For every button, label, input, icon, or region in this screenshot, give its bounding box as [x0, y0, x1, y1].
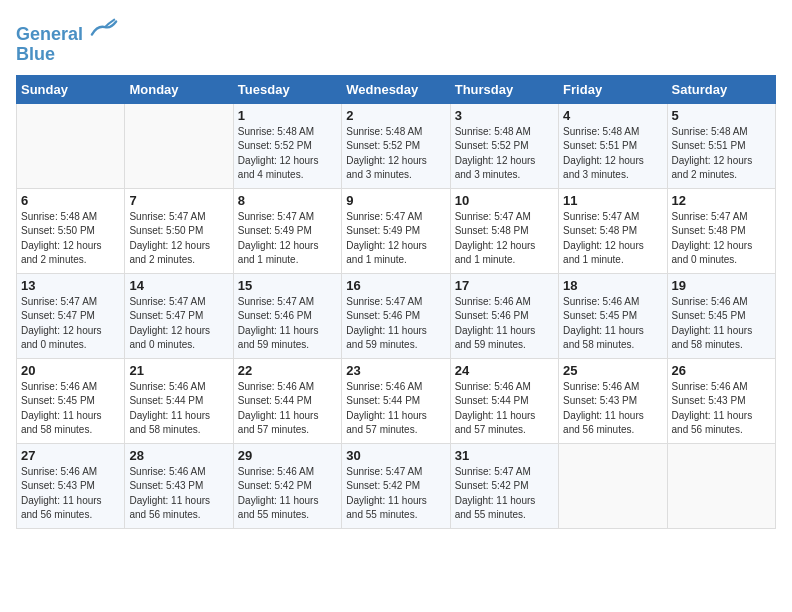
- day-number: 15: [238, 278, 337, 293]
- day-info: Sunrise: 5:48 AM Sunset: 5:52 PM Dayligh…: [346, 125, 445, 183]
- weekday-header-wednesday: Wednesday: [342, 75, 450, 103]
- day-info: Sunrise: 5:46 AM Sunset: 5:43 PM Dayligh…: [563, 380, 662, 438]
- calendar-week-row: 1 Sunrise: 5:48 AM Sunset: 5:52 PM Dayli…: [17, 103, 776, 188]
- day-info: Sunrise: 5:48 AM Sunset: 5:52 PM Dayligh…: [455, 125, 554, 183]
- calendar-cell: 3 Sunrise: 5:48 AM Sunset: 5:52 PM Dayli…: [450, 103, 558, 188]
- weekday-header-friday: Friday: [559, 75, 667, 103]
- calendar-cell: 31 Sunrise: 5:47 AM Sunset: 5:42 PM Dayl…: [450, 443, 558, 528]
- day-info: Sunrise: 5:48 AM Sunset: 5:52 PM Dayligh…: [238, 125, 337, 183]
- day-number: 25: [563, 363, 662, 378]
- calendar-cell: 25 Sunrise: 5:46 AM Sunset: 5:43 PM Dayl…: [559, 358, 667, 443]
- calendar-cell: 16 Sunrise: 5:47 AM Sunset: 5:46 PM Dayl…: [342, 273, 450, 358]
- day-info: Sunrise: 5:47 AM Sunset: 5:48 PM Dayligh…: [563, 210, 662, 268]
- calendar-cell: 12 Sunrise: 5:47 AM Sunset: 5:48 PM Dayl…: [667, 188, 775, 273]
- day-info: Sunrise: 5:47 AM Sunset: 5:42 PM Dayligh…: [455, 465, 554, 523]
- day-info: Sunrise: 5:47 AM Sunset: 5:46 PM Dayligh…: [346, 295, 445, 353]
- day-info: Sunrise: 5:47 AM Sunset: 5:49 PM Dayligh…: [346, 210, 445, 268]
- day-info: Sunrise: 5:47 AM Sunset: 5:50 PM Dayligh…: [129, 210, 228, 268]
- day-number: 1: [238, 108, 337, 123]
- day-info: Sunrise: 5:47 AM Sunset: 5:48 PM Dayligh…: [672, 210, 771, 268]
- day-info: Sunrise: 5:48 AM Sunset: 5:50 PM Dayligh…: [21, 210, 120, 268]
- day-number: 19: [672, 278, 771, 293]
- calendar-cell: 7 Sunrise: 5:47 AM Sunset: 5:50 PM Dayli…: [125, 188, 233, 273]
- day-number: 11: [563, 193, 662, 208]
- day-number: 27: [21, 448, 120, 463]
- calendar-cell: 2 Sunrise: 5:48 AM Sunset: 5:52 PM Dayli…: [342, 103, 450, 188]
- calendar-cell: 5 Sunrise: 5:48 AM Sunset: 5:51 PM Dayli…: [667, 103, 775, 188]
- day-number: 16: [346, 278, 445, 293]
- day-info: Sunrise: 5:47 AM Sunset: 5:49 PM Dayligh…: [238, 210, 337, 268]
- day-number: 13: [21, 278, 120, 293]
- day-info: Sunrise: 5:46 AM Sunset: 5:43 PM Dayligh…: [21, 465, 120, 523]
- day-info: Sunrise: 5:46 AM Sunset: 5:42 PM Dayligh…: [238, 465, 337, 523]
- calendar-cell: 4 Sunrise: 5:48 AM Sunset: 5:51 PM Dayli…: [559, 103, 667, 188]
- day-info: Sunrise: 5:46 AM Sunset: 5:46 PM Dayligh…: [455, 295, 554, 353]
- day-number: 14: [129, 278, 228, 293]
- calendar-week-row: 27 Sunrise: 5:46 AM Sunset: 5:43 PM Dayl…: [17, 443, 776, 528]
- day-number: 5: [672, 108, 771, 123]
- calendar-cell: 20 Sunrise: 5:46 AM Sunset: 5:45 PM Dayl…: [17, 358, 125, 443]
- calendar-cell: 10 Sunrise: 5:47 AM Sunset: 5:48 PM Dayl…: [450, 188, 558, 273]
- calendar-cell: 21 Sunrise: 5:46 AM Sunset: 5:44 PM Dayl…: [125, 358, 233, 443]
- calendar-cell: [125, 103, 233, 188]
- calendar-week-row: 6 Sunrise: 5:48 AM Sunset: 5:50 PM Dayli…: [17, 188, 776, 273]
- weekday-header-sunday: Sunday: [17, 75, 125, 103]
- page-header: General Blue: [16, 16, 776, 65]
- calendar-cell: 9 Sunrise: 5:47 AM Sunset: 5:49 PM Dayli…: [342, 188, 450, 273]
- calendar-cell: [667, 443, 775, 528]
- calendar-cell: 14 Sunrise: 5:47 AM Sunset: 5:47 PM Dayl…: [125, 273, 233, 358]
- day-number: 28: [129, 448, 228, 463]
- day-info: Sunrise: 5:46 AM Sunset: 5:45 PM Dayligh…: [21, 380, 120, 438]
- day-number: 24: [455, 363, 554, 378]
- day-number: 21: [129, 363, 228, 378]
- calendar-cell: [17, 103, 125, 188]
- day-info: Sunrise: 5:46 AM Sunset: 5:44 PM Dayligh…: [238, 380, 337, 438]
- day-info: Sunrise: 5:47 AM Sunset: 5:42 PM Dayligh…: [346, 465, 445, 523]
- day-number: 30: [346, 448, 445, 463]
- day-info: Sunrise: 5:47 AM Sunset: 5:47 PM Dayligh…: [129, 295, 228, 353]
- calendar-cell: [559, 443, 667, 528]
- day-number: 10: [455, 193, 554, 208]
- weekday-header-tuesday: Tuesday: [233, 75, 341, 103]
- day-number: 29: [238, 448, 337, 463]
- day-number: 4: [563, 108, 662, 123]
- day-number: 26: [672, 363, 771, 378]
- calendar-cell: 18 Sunrise: 5:46 AM Sunset: 5:45 PM Dayl…: [559, 273, 667, 358]
- day-info: Sunrise: 5:46 AM Sunset: 5:44 PM Dayligh…: [455, 380, 554, 438]
- calendar-cell: 27 Sunrise: 5:46 AM Sunset: 5:43 PM Dayl…: [17, 443, 125, 528]
- day-info: Sunrise: 5:46 AM Sunset: 5:44 PM Dayligh…: [346, 380, 445, 438]
- calendar-cell: 15 Sunrise: 5:47 AM Sunset: 5:46 PM Dayl…: [233, 273, 341, 358]
- calendar-cell: 6 Sunrise: 5:48 AM Sunset: 5:50 PM Dayli…: [17, 188, 125, 273]
- calendar-cell: 1 Sunrise: 5:48 AM Sunset: 5:52 PM Dayli…: [233, 103, 341, 188]
- calendar-cell: 13 Sunrise: 5:47 AM Sunset: 5:47 PM Dayl…: [17, 273, 125, 358]
- calendar-cell: 19 Sunrise: 5:46 AM Sunset: 5:45 PM Dayl…: [667, 273, 775, 358]
- day-info: Sunrise: 5:48 AM Sunset: 5:51 PM Dayligh…: [563, 125, 662, 183]
- day-info: Sunrise: 5:46 AM Sunset: 5:43 PM Dayligh…: [129, 465, 228, 523]
- day-number: 3: [455, 108, 554, 123]
- weekday-header-saturday: Saturday: [667, 75, 775, 103]
- day-number: 17: [455, 278, 554, 293]
- calendar-cell: 24 Sunrise: 5:46 AM Sunset: 5:44 PM Dayl…: [450, 358, 558, 443]
- day-number: 18: [563, 278, 662, 293]
- day-info: Sunrise: 5:46 AM Sunset: 5:43 PM Dayligh…: [672, 380, 771, 438]
- day-number: 7: [129, 193, 228, 208]
- calendar-cell: 28 Sunrise: 5:46 AM Sunset: 5:43 PM Dayl…: [125, 443, 233, 528]
- day-info: Sunrise: 5:46 AM Sunset: 5:44 PM Dayligh…: [129, 380, 228, 438]
- day-number: 2: [346, 108, 445, 123]
- weekday-header-monday: Monday: [125, 75, 233, 103]
- calendar-week-row: 13 Sunrise: 5:47 AM Sunset: 5:47 PM Dayl…: [17, 273, 776, 358]
- calendar-cell: 17 Sunrise: 5:46 AM Sunset: 5:46 PM Dayl…: [450, 273, 558, 358]
- calendar-cell: 23 Sunrise: 5:46 AM Sunset: 5:44 PM Dayl…: [342, 358, 450, 443]
- logo: General Blue: [16, 16, 118, 65]
- calendar-cell: 30 Sunrise: 5:47 AM Sunset: 5:42 PM Dayl…: [342, 443, 450, 528]
- day-number: 12: [672, 193, 771, 208]
- calendar-week-row: 20 Sunrise: 5:46 AM Sunset: 5:45 PM Dayl…: [17, 358, 776, 443]
- calendar-cell: 22 Sunrise: 5:46 AM Sunset: 5:44 PM Dayl…: [233, 358, 341, 443]
- calendar-cell: 8 Sunrise: 5:47 AM Sunset: 5:49 PM Dayli…: [233, 188, 341, 273]
- day-info: Sunrise: 5:46 AM Sunset: 5:45 PM Dayligh…: [563, 295, 662, 353]
- day-number: 8: [238, 193, 337, 208]
- weekday-header-row: SundayMondayTuesdayWednesdayThursdayFrid…: [17, 75, 776, 103]
- calendar-cell: 29 Sunrise: 5:46 AM Sunset: 5:42 PM Dayl…: [233, 443, 341, 528]
- day-number: 31: [455, 448, 554, 463]
- day-info: Sunrise: 5:48 AM Sunset: 5:51 PM Dayligh…: [672, 125, 771, 183]
